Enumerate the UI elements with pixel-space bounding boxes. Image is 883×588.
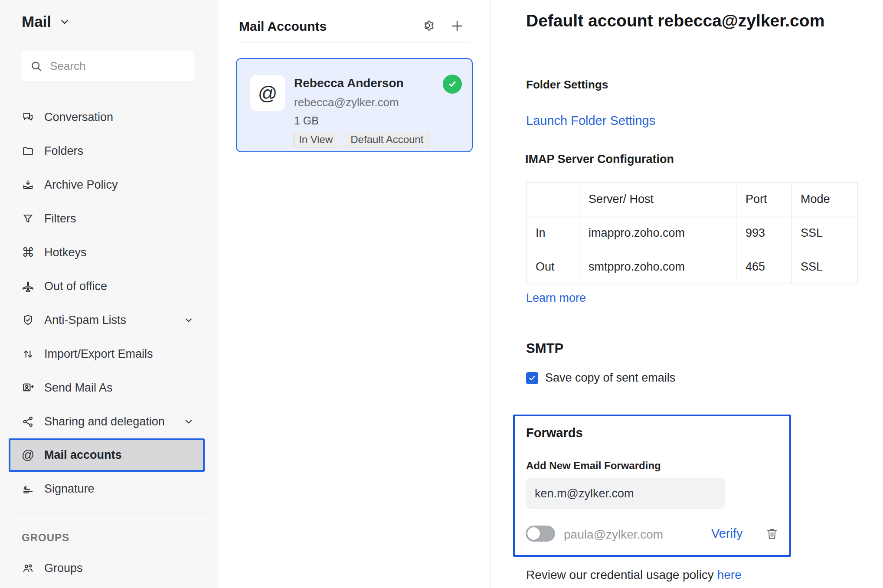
table-header-row: Server/ Host Port Mode	[527, 183, 858, 216]
chevron-down-icon[interactable]	[183, 416, 194, 427]
search-input[interactable]	[50, 59, 180, 73]
policy-text: Review our credential usage policy	[526, 568, 714, 581]
header-port: Port	[736, 183, 791, 216]
save-copy-checkbox[interactable]	[526, 372, 538, 384]
sidebar-item-send-mail-as[interactable]: Send Mail As	[0, 371, 218, 405]
account-card[interactable]: @ Rebecca Anderson rebecca@zylker.com 1 …	[236, 58, 473, 152]
add-account-button[interactable]	[450, 19, 464, 33]
table-row: In imappro.zoho.com 993 SSL	[527, 216, 858, 250]
airplane-icon	[22, 280, 34, 293]
sidebar-item-groups[interactable]: Groups	[0, 551, 218, 585]
tag-default-account: Default Account	[345, 132, 429, 147]
arrows-up-down-icon	[22, 348, 34, 360]
header-empty	[527, 183, 579, 216]
policy-here-link[interactable]: here	[717, 568, 742, 581]
credential-policy-note: Review our credential usage policyhere	[526, 568, 742, 582]
gear-icon[interactable]	[420, 18, 435, 33]
sidebar-divider	[11, 513, 207, 513]
sidebar-item-anti-spam-lists[interactable]: Anti-Spam Lists	[0, 303, 218, 337]
header-mode: Mode	[791, 183, 858, 216]
account-email: rebecca@zylker.com	[294, 96, 399, 109]
folder-icon	[22, 145, 34, 157]
sidebar-item-filters[interactable]: Filters	[0, 202, 218, 235]
page-title: Default account rebecca@zylker.com	[526, 11, 824, 30]
verify-link[interactable]: Verify	[711, 526, 743, 541]
panel-header-divider	[239, 42, 470, 43]
cell-port: 465	[736, 250, 791, 284]
forwards-heading: Forwards	[526, 426, 583, 440]
cell-mode: SSL	[791, 250, 858, 284]
command-icon: ⌘	[22, 246, 34, 259]
imap-config-table: Server/ Host Port Mode In imappro.zoho.c…	[526, 182, 858, 284]
archive-icon	[22, 179, 34, 191]
app-title: Mail	[22, 13, 51, 30]
conversation-icon	[22, 111, 34, 124]
save-copy-label: Save copy of sent emails	[545, 371, 675, 385]
smtp-heading: SMTP	[526, 341, 563, 356]
active-status-badge	[443, 75, 462, 94]
sidebar-item-out-of-office[interactable]: Out of office	[0, 269, 218, 303]
sidebar: Mail Conversation Folders Archive Policy…	[0, 0, 218, 588]
forward-toggle-off[interactable]	[526, 526, 555, 542]
sidebar-item-conversation[interactable]: Conversation	[0, 100, 218, 134]
shield-check-icon	[22, 314, 34, 327]
cell-mode: SSL	[791, 216, 858, 250]
sidebar-item-signature[interactable]: Signature	[0, 472, 218, 506]
cell-direction: Out	[527, 250, 579, 284]
account-storage: 1 GB	[294, 114, 319, 127]
learn-more-link[interactable]: Learn more	[526, 291, 586, 305]
table-row: Out smtppro.zoho.com 465 SSL	[527, 250, 858, 284]
groups-section-label: GROUPS	[22, 532, 69, 544]
sidebar-item-import-export-emails[interactable]: Import/Export Emails	[0, 337, 218, 371]
cell-server: imappro.zoho.com	[579, 216, 736, 250]
sidebar-item-folders[interactable]: Folders	[0, 134, 218, 168]
imap-heading: IMAP Server Configuration	[525, 153, 674, 166]
filter-icon	[22, 212, 34, 225]
settings-nav: Conversation Folders Archive Policy Filt…	[0, 100, 218, 506]
account-name: Rebecca Anderson	[294, 76, 404, 90]
toggle-knob	[527, 527, 540, 540]
sidebar-item-mail-accounts[interactable]: @ Mail accounts	[9, 438, 205, 472]
pending-forward-email: paula@zylker.com	[564, 528, 663, 542]
chevron-down-icon[interactable]	[183, 315, 194, 325]
sidebar-item-archive-policy[interactable]: Archive Policy	[0, 168, 218, 202]
folder-settings-heading: Folder Settings	[526, 78, 608, 91]
share-icon	[22, 415, 34, 428]
app-switcher[interactable]: Mail	[22, 13, 70, 30]
cell-direction: In	[527, 216, 579, 250]
cell-port: 993	[736, 216, 791, 250]
search-box[interactable]	[21, 51, 194, 82]
save-copy-row: Save copy of sent emails	[526, 371, 675, 385]
panel-title: Mail Accounts	[239, 19, 327, 34]
account-avatar: @	[250, 75, 285, 111]
launch-folder-settings-link[interactable]: Launch Folder Settings	[526, 114, 655, 128]
tag-in-view: In View	[293, 132, 338, 147]
account-tags: In View Default Account	[293, 132, 429, 147]
header-server-host: Server/ Host	[579, 183, 736, 216]
at-sign-icon: @	[22, 449, 34, 461]
forwarding-email-input[interactable]	[526, 478, 725, 509]
chevron-down-icon	[59, 16, 70, 27]
cell-server: smtppro.zoho.com	[579, 250, 736, 284]
sidebar-item-hotkeys[interactable]: ⌘ Hotkeys	[0, 235, 218, 269]
person-card-icon	[22, 382, 34, 394]
add-forwarding-label: Add New Email Forwarding	[526, 460, 661, 472]
signature-icon	[22, 483, 34, 495]
trash-icon[interactable]	[765, 526, 779, 541]
search-icon	[30, 60, 43, 73]
sidebar-item-sharing-and-delegation[interactable]: Sharing and delegation	[0, 405, 218, 438]
groups-icon	[22, 562, 34, 575]
